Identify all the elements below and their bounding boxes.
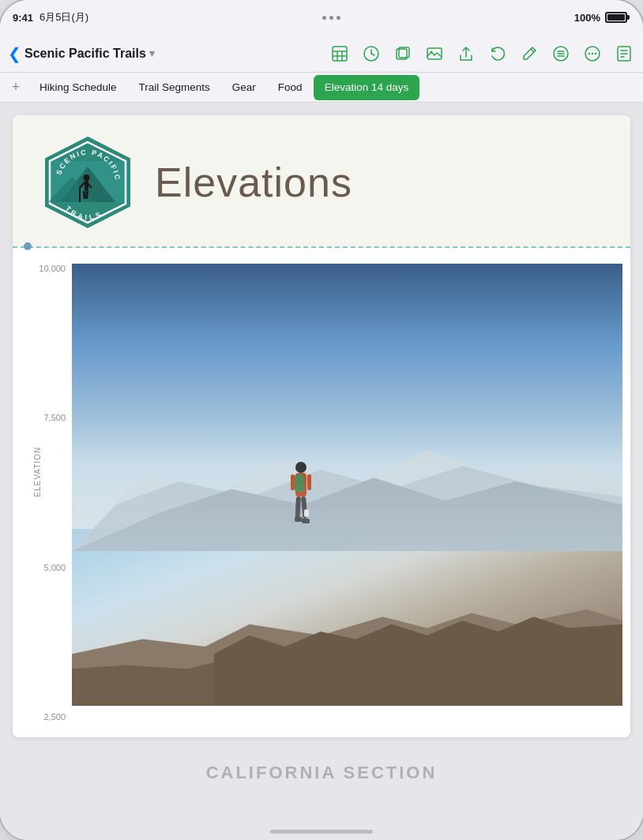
battery-fill xyxy=(607,14,625,21)
menu-icon[interactable] xyxy=(550,43,572,65)
svg-point-20 xyxy=(595,52,596,54)
ellipsis-icon[interactable] xyxy=(581,43,604,65)
svg-point-31 xyxy=(84,174,90,181)
mic-dot xyxy=(329,16,333,20)
svg-rect-30 xyxy=(85,180,88,191)
y-label-10000: 10,000 xyxy=(39,264,66,273)
svg-point-19 xyxy=(592,52,593,54)
y-label-7500: 7,500 xyxy=(43,413,66,422)
dropdown-chevron-icon: ▾ xyxy=(149,47,155,59)
status-time: 9:41 6月5日(月) xyxy=(13,10,88,24)
y-axis: ELEVATION 10,000 7,500 5,000 2,500 xyxy=(21,264,72,722)
pencil-icon[interactable] xyxy=(518,43,540,65)
status-camera xyxy=(322,16,340,20)
image-icon[interactable] xyxy=(423,43,446,65)
haze-overlay xyxy=(72,471,622,551)
table-icon[interactable] xyxy=(329,43,351,65)
share-icon[interactable] xyxy=(455,43,477,65)
svg-point-11 xyxy=(431,51,433,53)
doc-header: SCENIC PACIFIC TRAILS Elevations xyxy=(13,115,630,246)
svg-rect-0 xyxy=(333,47,347,61)
y-axis-title: ELEVATION xyxy=(33,447,42,497)
doc-title-group[interactable]: Scenic Pacific Trails ▾ xyxy=(24,47,155,61)
dashed-dot xyxy=(24,242,32,250)
logo-area: SCENIC PACIFIC TRAILS xyxy=(36,131,139,234)
tab-gear[interactable]: Gear xyxy=(221,75,267,100)
battery-icon xyxy=(605,12,627,23)
toolbar-icons xyxy=(329,43,635,65)
mountain-photo xyxy=(72,264,622,706)
y-label-2500: 2,500 xyxy=(43,712,66,722)
chart-body xyxy=(72,264,622,722)
add-tab-button[interactable]: + xyxy=(3,75,28,100)
section-title: CALIFORNIA SECTION xyxy=(13,750,630,789)
tab-food[interactable]: Food xyxy=(267,75,314,100)
undo-icon[interactable] xyxy=(487,43,509,65)
svg-point-18 xyxy=(588,52,590,54)
status-bar: 9:41 6月5日(月) 100% xyxy=(0,0,643,35)
bookmark-icon[interactable] xyxy=(613,43,635,65)
y-label-5000: 5,000 xyxy=(43,563,66,572)
dashed-line xyxy=(13,246,630,248)
sensor-dot xyxy=(337,16,340,20)
dashed-line-container xyxy=(13,246,630,248)
back-icon: ❮ xyxy=(8,44,21,63)
toolbar-left: ❮ Scenic Pacific Trails ▾ xyxy=(8,44,155,63)
status-right: 100% xyxy=(574,12,627,24)
tab-hiking-schedule[interactable]: Hiking Schedule xyxy=(28,75,128,100)
document-card: SCENIC PACIFIC TRAILS Elevations xyxy=(13,115,630,737)
ipad-frame: 9:41 6月5日(月) 100% ❮ Scenic Pacific Trail… xyxy=(0,0,643,840)
main-content: SCENIC PACIFIC TRAILS Elevations xyxy=(0,103,643,840)
doc-title-text: Scenic Pacific Trails xyxy=(24,47,146,61)
tab-trail-segments[interactable]: Trail Segments xyxy=(128,75,221,100)
svg-line-12 xyxy=(531,49,534,52)
tab-elevation-14-days[interactable]: Elevation 14 days xyxy=(314,75,420,100)
tabs-bar: + Hiking Schedule Trail Segments Gear Fo… xyxy=(0,73,643,103)
layers-icon[interactable] xyxy=(392,43,414,65)
home-indicator xyxy=(270,830,373,834)
toolbar: ❮ Scenic Pacific Trails ▾ xyxy=(0,35,643,73)
chart-section: ELEVATION 10,000 7,500 5,000 2,500 xyxy=(13,248,630,737)
clock-icon[interactable] xyxy=(360,43,382,65)
svg-line-7 xyxy=(371,54,374,55)
back-button[interactable]: ❮ xyxy=(8,44,21,63)
camera-dot xyxy=(322,16,326,20)
elevations-title: Elevations xyxy=(155,159,352,206)
